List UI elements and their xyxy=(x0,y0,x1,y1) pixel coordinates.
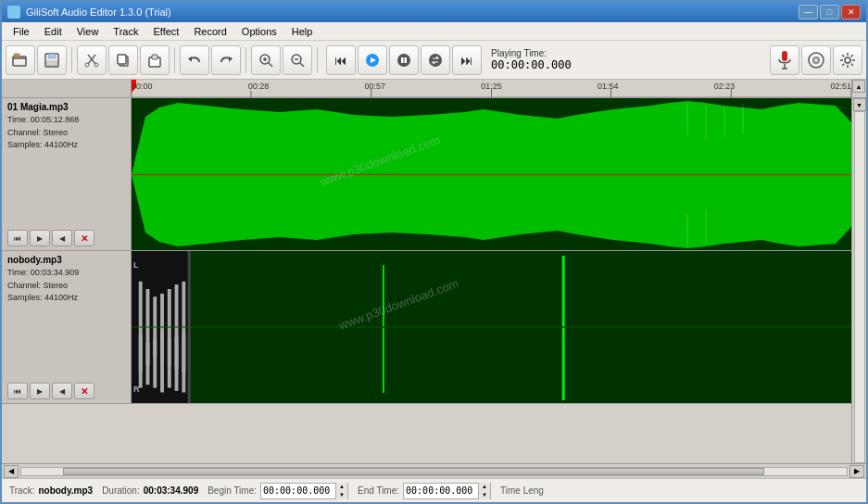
separator-1 xyxy=(71,47,72,73)
menu-view[interactable]: View xyxy=(69,24,107,39)
svg-point-24 xyxy=(397,54,410,67)
play-button[interactable] xyxy=(358,45,387,75)
track-1-waveform[interactable]: www.p30download.com xyxy=(132,98,851,250)
minimize-button[interactable]: — xyxy=(799,5,818,19)
svg-rect-1 xyxy=(14,54,19,57)
begin-time-up[interactable]: ▲ xyxy=(336,483,347,491)
svg-rect-72 xyxy=(139,334,143,387)
skip-to-end-button[interactable]: ⏭ xyxy=(452,45,482,75)
end-time-up[interactable]: ▲ xyxy=(479,483,490,491)
svg-line-20 xyxy=(300,63,304,67)
menu-options[interactable]: Options xyxy=(234,24,284,39)
svg-marker-13 xyxy=(188,57,192,62)
svg-point-27 xyxy=(429,54,442,67)
volume-button[interactable] xyxy=(801,45,831,75)
track-2-controls: ⏮ ▶ ◀ ✕ xyxy=(7,383,125,399)
track-2-waveform-svg xyxy=(132,251,851,403)
svg-rect-10 xyxy=(118,55,126,64)
duration-field: Duration: 00:03:34.909 xyxy=(102,485,198,496)
track-2-samples: Samples: 44100Hz xyxy=(7,292,125,305)
svg-rect-73 xyxy=(146,342,150,384)
ruler-area: 00:00 00:28 00:57 01:25 01:54 02:23 02:5… xyxy=(2,80,866,98)
title-bar: GiliSoft Audio Editor 1.3.0 (Trial) — □ … xyxy=(2,2,866,22)
playing-time-box: Playing Time: 00:00:00.000 xyxy=(484,46,579,73)
duration-value: 00:03:34.909 xyxy=(144,485,199,496)
track-2-skip-back[interactable]: ⏮ xyxy=(7,383,28,399)
end-time-label: End Time: xyxy=(358,485,399,496)
duration-label: Duration: xyxy=(102,485,140,496)
tracks-container: 01 Magia.mp3 Time: 00:05:12.868 Channel:… xyxy=(2,98,851,463)
scroll-left-arrow[interactable]: ◀ xyxy=(4,465,19,478)
skip-to-start-button[interactable]: ⏮ xyxy=(326,45,356,75)
save-button[interactable] xyxy=(37,45,67,75)
begin-time-input-box: ▲ ▼ xyxy=(260,483,348,499)
paste-button[interactable] xyxy=(140,45,170,75)
horizontal-scrollbar: ◀ ▶ xyxy=(2,463,866,478)
track-1-skip-back[interactable]: ⏮ xyxy=(7,230,28,246)
svg-point-8 xyxy=(94,63,98,67)
ruler-mark-3: 01:25 xyxy=(481,82,502,91)
end-time-input[interactable] xyxy=(404,484,478,498)
microphone-button[interactable] xyxy=(770,45,799,75)
track-1-play[interactable]: ▶ xyxy=(30,230,50,246)
window-title: GiliSoft Audio Editor 1.3.0 (Trial) xyxy=(26,6,171,18)
svg-rect-75 xyxy=(160,334,164,392)
svg-rect-74 xyxy=(153,339,157,387)
cut-button[interactable] xyxy=(77,45,107,75)
close-button[interactable]: ✕ xyxy=(841,5,861,19)
separator-3 xyxy=(245,47,246,73)
svg-rect-78 xyxy=(182,334,185,392)
svg-marker-14 xyxy=(229,57,233,62)
track-2-waveform[interactable]: L R xyxy=(132,251,851,403)
ruler-right: 00:00 00:28 00:57 01:25 01:54 02:23 02:5… xyxy=(132,80,851,97)
pause-button[interactable] xyxy=(389,45,419,75)
zoom-out-button[interactable] xyxy=(283,45,312,75)
svg-rect-3 xyxy=(48,54,56,58)
track-2-time: Time: 00:03:34.909 xyxy=(7,267,125,280)
menu-file[interactable]: File xyxy=(6,24,37,39)
maximize-button[interactable]: □ xyxy=(820,5,839,19)
loop-button[interactable] xyxy=(421,45,450,75)
track-2-close[interactable]: ✕ xyxy=(74,383,94,399)
settings-button[interactable] xyxy=(833,45,862,75)
end-time-spinners: ▲ ▼ xyxy=(478,483,490,499)
ruler-mark-1: 00:28 xyxy=(248,82,270,91)
v-scroll-track[interactable] xyxy=(854,111,865,463)
end-time-down[interactable]: ▼ xyxy=(479,491,490,499)
svg-point-7 xyxy=(85,63,89,67)
begin-time-down[interactable]: ▼ xyxy=(336,491,347,499)
time-length-label: Time Leng xyxy=(500,485,544,496)
h-scroll-thumb[interactable] xyxy=(63,468,764,475)
open-button[interactable] xyxy=(6,45,35,75)
zoom-in-button[interactable] xyxy=(251,45,281,75)
svg-rect-77 xyxy=(175,336,179,391)
redo-button[interactable] xyxy=(211,45,241,75)
channel-label-r: R xyxy=(133,384,140,394)
track-1-close[interactable]: ✕ xyxy=(74,230,94,246)
toolbar: ⏮ ⏭ Playing Time: 00:00:00.000 xyxy=(2,41,866,80)
svg-rect-12 xyxy=(152,55,157,59)
time-length-field: Time Leng xyxy=(500,485,544,496)
scroll-down-arrow[interactable]: ▼ xyxy=(853,98,866,111)
vertical-scrollbar: ▼ xyxy=(851,98,866,463)
track-1-prev[interactable]: ◀ xyxy=(52,230,72,246)
scroll-right-arrow[interactable]: ▶ xyxy=(849,465,864,478)
track-2-play[interactable]: ▶ xyxy=(30,383,50,399)
track-1-channel: Channel: Stereo xyxy=(7,127,125,140)
menu-edit[interactable]: Edit xyxy=(37,24,69,39)
begin-time-input[interactable] xyxy=(261,484,335,498)
undo-button[interactable] xyxy=(180,45,209,75)
menu-help[interactable]: Help xyxy=(284,24,321,39)
begin-time-label: Begin Time: xyxy=(208,485,257,496)
menu-record[interactable]: Record xyxy=(186,24,233,39)
track-2-prev[interactable]: ◀ xyxy=(52,383,72,399)
menu-track[interactable]: Track xyxy=(106,24,145,39)
ruler-mark-4: 01:54 xyxy=(598,82,619,91)
h-scroll-track[interactable] xyxy=(20,467,848,476)
scroll-up-arrow[interactable]: ▲ xyxy=(852,80,865,93)
copy-button[interactable] xyxy=(108,45,138,75)
app-icon xyxy=(7,6,20,19)
menu-effect[interactable]: Effect xyxy=(145,24,186,39)
ruler-spacer xyxy=(2,80,132,97)
track-2-name: nobody.mp3 xyxy=(7,255,125,265)
